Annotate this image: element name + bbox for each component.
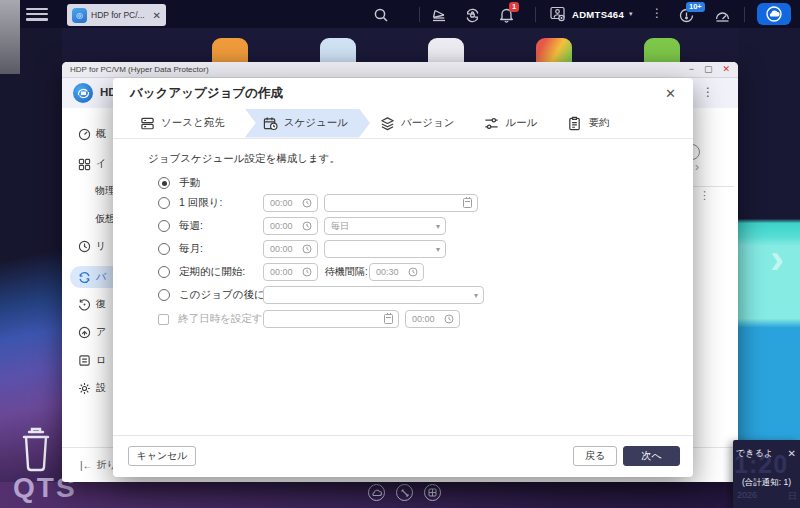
step-schedule[interactable]: スケジュール <box>245 109 370 138</box>
wait-interval-label: 待機間隔: <box>325 265 368 279</box>
once-radio[interactable] <box>158 197 170 209</box>
myqnapcloud-icon[interactable] <box>757 3 791 25</box>
monthly-time-input[interactable]: 00:00 <box>263 240 318 258</box>
date-day-fragment: 日 <box>788 490 797 503</box>
hidden-content-divider <box>690 186 734 187</box>
toast-total-notifications: (合計通知: 1) <box>733 477 800 489</box>
notification-count-badge: 1 <box>509 2 519 12</box>
background-tasks-icon[interactable] <box>429 5 449 25</box>
recycle-bin-icon[interactable] <box>16 424 56 474</box>
cancel-button[interactable]: キャンセル <box>128 446 196 466</box>
once-time-input[interactable]: 00:00 <box>263 194 318 212</box>
taskbar <box>368 484 441 501</box>
end-date-input[interactable] <box>263 310 399 328</box>
qts-desktop: › QTS <box>0 0 800 508</box>
window-titlebar[interactable]: HDP for PC/VM (Hyper Data Protector) − ▢… <box>62 62 738 78</box>
step-source-destination[interactable]: ソースと宛先 <box>130 111 245 136</box>
topbar-divider <box>744 7 745 22</box>
toast-close-icon[interactable]: ✕ <box>788 448 796 459</box>
taskbar-windows-icon[interactable] <box>424 484 441 501</box>
clock-icon <box>444 314 454 324</box>
schedule-row-monthly: 毎月: <box>158 240 203 258</box>
periodic-radio[interactable] <box>158 266 170 278</box>
weekly-time-input[interactable]: 00:00 <box>263 217 318 235</box>
taskbar-cloud-icon[interactable] <box>368 484 385 501</box>
clock-icon <box>302 267 312 277</box>
topbar-divider <box>419 7 420 22</box>
schedule-row-once: 1 回限り: <box>158 194 222 212</box>
wait-interval-input[interactable]: 00:30 <box>369 263 424 281</box>
schedule-row-weekly: 毎週: <box>158 217 203 235</box>
resource-count-badge: 10+ <box>686 2 705 12</box>
app-header-menu-icon[interactable]: ⋮ <box>702 85 714 99</box>
once-date-input[interactable] <box>324 194 478 212</box>
tab-label: HDP for PC/... <box>91 10 149 20</box>
app-tab-hdp[interactable]: ◎ HDP for PC/... ✕ <box>67 4 166 26</box>
top-bar: ◎ HDP for PC/... ✕ <box>0 0 800 28</box>
topbar-divider <box>535 7 536 22</box>
dialog-close-icon[interactable]: ✕ <box>665 86 676 101</box>
hdp-tab-app-icon: ◎ <box>72 8 87 23</box>
wallpaper-right <box>738 28 800 482</box>
step-summary[interactable]: 要約 <box>557 111 629 136</box>
user-caret-icon: ▾ <box>629 10 633 18</box>
clock-icon <box>302 221 312 231</box>
hidden-content-chevron: › <box>695 160 699 174</box>
username-label: ADMTS464 <box>572 9 624 20</box>
select-caret-icon: ▾ <box>474 291 478 300</box>
dialog-title: バックアップジョブの作成 <box>130 85 665 102</box>
taskbar-tools-icon[interactable] <box>396 484 413 501</box>
window-minimize-icon[interactable]: − <box>689 65 694 74</box>
schedule-row-end-time: 終了日時を設定する: <box>158 310 276 328</box>
select-caret-icon: ▾ <box>436 222 440 231</box>
main-menu-icon[interactable] <box>26 8 48 21</box>
user-menu[interactable]: ADMTS464 ▾ <box>549 3 633 25</box>
hdp-app-logo-icon <box>73 83 93 103</box>
date-year-fragment: 2026 <box>737 490 757 503</box>
back-button[interactable]: 戻る <box>573 446 617 466</box>
screen-corner-artifact <box>0 0 20 74</box>
toast-message: できるよ <box>736 447 788 460</box>
window-title: HDP for PC/VM (Hyper Data Protector) <box>70 65 689 74</box>
wait-interval-label-wrap: 待機間隔: <box>325 263 368 281</box>
tab-close-icon[interactable]: ✕ <box>153 10 161 21</box>
hidden-content-menu-dots: ⋮ <box>699 189 710 202</box>
weekly-radio[interactable] <box>158 220 170 232</box>
step-rules[interactable]: ルール <box>474 111 557 136</box>
weekly-day-select[interactable]: 毎日 ▾ <box>324 217 446 235</box>
clock-icon <box>302 198 312 208</box>
collapse-arrow-icon[interactable]: |← <box>80 460 93 471</box>
monthly-radio[interactable] <box>158 243 170 255</box>
manual-radio[interactable] <box>158 177 170 189</box>
dialog-divider <box>113 138 693 139</box>
schedule-row-manual: 手動 <box>158 174 200 192</box>
schedule-description: ジョブスケジュール設定を構成します。 <box>148 152 340 166</box>
notification-toast[interactable]: 1:20 できるよ ✕ (合計通知: 1) 2026 日 <box>733 440 800 508</box>
step-version[interactable]: バージョン <box>370 111 474 136</box>
dashboard-icon[interactable] <box>712 5 732 25</box>
after-job-radio[interactable] <box>158 289 170 301</box>
clock-icon <box>302 244 312 254</box>
window-maximize-icon[interactable]: ▢ <box>704 65 713 74</box>
after-job-select[interactable]: ▾ <box>263 286 484 304</box>
sync-lock-icon[interactable] <box>462 5 482 25</box>
desktop-next-page-arrow[interactable]: › <box>770 238 784 280</box>
more-options-icon[interactable]: ⋮ <box>651 4 663 22</box>
end-time-input[interactable]: 00:00 <box>405 310 460 328</box>
schedule-row-periodic: 定期的に開始: <box>158 263 245 281</box>
calendar-icon <box>384 314 393 324</box>
create-backup-job-dialog: バックアップジョブの作成 ✕ ソースと宛先 スケジュール <box>113 78 693 477</box>
dialog-header: バックアップジョブの作成 ✕ <box>113 78 693 108</box>
monthly-day-select[interactable]: ▾ <box>324 240 446 258</box>
clock-icon <box>408 267 418 277</box>
wallpaper-left <box>0 28 62 482</box>
select-caret-icon: ▾ <box>436 245 440 254</box>
next-button[interactable]: 次へ <box>623 446 680 466</box>
wizard-steps: ソースと宛先 スケジュール バージョン ルール <box>130 108 629 138</box>
desktop-date: 2026 日 <box>737 490 797 503</box>
end-time-checkbox[interactable] <box>158 314 169 325</box>
search-icon[interactable] <box>371 5 391 25</box>
periodic-time-input[interactable]: 00:00 <box>263 263 318 281</box>
calendar-icon <box>463 198 472 208</box>
window-close-icon[interactable]: ✕ <box>722 65 730 74</box>
